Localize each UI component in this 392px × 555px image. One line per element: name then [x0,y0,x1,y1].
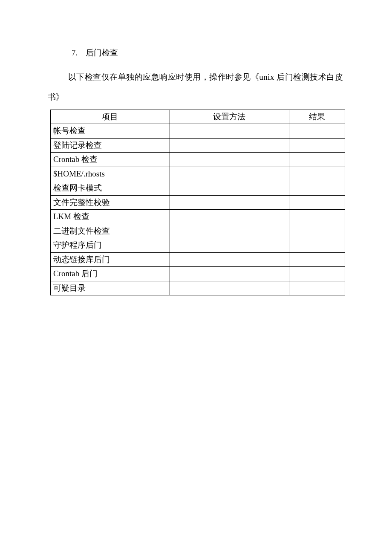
table-cell-method [170,153,289,167]
table-cell-method [170,124,289,139]
table-cell-result [289,281,345,295]
table-cell-method [170,167,289,181]
table-row: LKM 检查 [51,210,345,224]
table-cell-result [289,138,345,153]
table-cell-method [170,138,289,153]
table-cell-item: 可疑目录 [51,281,170,295]
table-cell-result [289,267,345,281]
table-row: 可疑目录 [51,281,345,295]
table-header-row: 项目 设置方法 结果 [51,110,345,124]
table-header-item: 项目 [51,110,170,124]
table-cell-method [170,238,289,253]
table-cell-result [289,153,345,167]
table-body: 帐号检查 登陆记录检查 Crontab 检查 $HOME/.rhosts 检查网 [51,124,345,295]
table-cell-item: 帐号检查 [51,124,170,139]
table-row: 登陆记录检查 [51,138,345,153]
table-cell-item: Crontab 检查 [51,153,170,167]
intro-paragraph-line2: 书》 [48,91,345,104]
table-row: 二进制文件检查 [51,224,345,238]
section-heading: 7. 后门检查 [72,47,345,59]
table-cell-method [170,267,289,281]
table-header-method: 设置方法 [170,110,289,124]
section-title: 后门检查 [86,48,118,57]
table-cell-result [289,124,345,139]
table-row: 守护程序后门 [51,238,345,253]
table-cell-result [289,238,345,253]
table-cell-method [170,181,289,196]
table-row: 检查网卡模式 [51,181,345,196]
table-cell-method [170,210,289,224]
table-cell-method [170,195,289,210]
table-cell-item: 文件完整性校验 [51,195,170,210]
table-row: Crontab 检查 [51,153,345,167]
table-cell-method [170,281,289,295]
table-cell-item: $HOME/.rhosts [51,167,170,181]
table-cell-result [289,210,345,224]
table-row: 帐号检查 [51,124,345,139]
check-table: 项目 设置方法 结果 帐号检查 登陆记录检查 Crontab 检查 [50,110,345,296]
table-cell-method [170,224,289,238]
table-cell-method [170,252,289,267]
section-number: 7. [72,47,78,59]
table-cell-item: 检查网卡模式 [51,181,170,196]
table-cell-item: Crontab 后门 [51,267,170,281]
table-cell-item: 登陆记录检查 [51,138,170,153]
table-row: 动态链接库后门 [51,252,345,267]
intro-paragraph-line1: 以下检查仅在单独的应急响应时使用，操作时参见《unix 后门检测技术白皮 [50,71,345,84]
table-cell-result [289,167,345,181]
table-cell-result [289,181,345,196]
table-cell-item: 二进制文件检查 [51,224,170,238]
table-cell-result [289,224,345,238]
table-row: $HOME/.rhosts [51,167,345,181]
table-cell-item: 动态链接库后门 [51,252,170,267]
table-row: Crontab 后门 [51,267,345,281]
table-header-result: 结果 [289,110,345,124]
table-row: 文件完整性校验 [51,195,345,210]
table-cell-result [289,195,345,210]
table-cell-result [289,252,345,267]
table-cell-item: LKM 检查 [51,210,170,224]
document-page: 7. 后门检查 以下检查仅在单独的应急响应时使用，操作时参见《unix 后门检测… [0,0,392,555]
table-cell-item: 守护程序后门 [51,238,170,253]
